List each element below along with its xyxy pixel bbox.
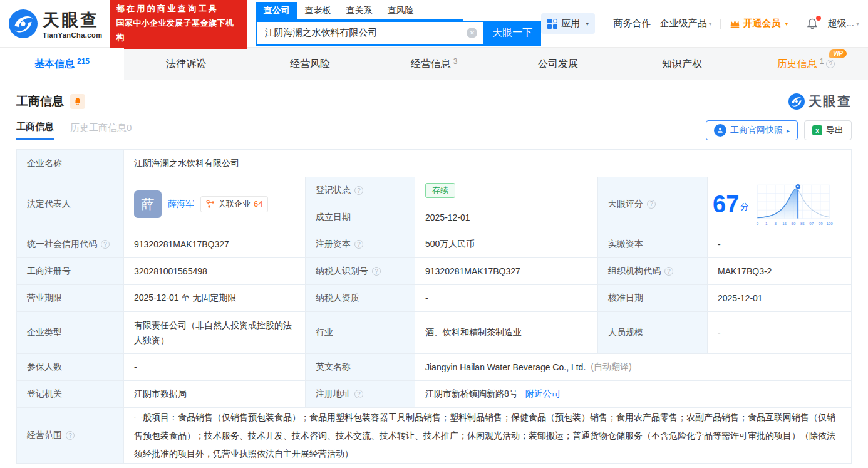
menu-vip[interactable]: 开通会员 ▾ bbox=[730, 18, 788, 29]
reg-capital-value: 500万人民币 bbox=[425, 239, 475, 250]
help-icon[interactable]: ? bbox=[826, 60, 835, 68]
menu-business-cooperation[interactable]: 商务合作 bbox=[613, 18, 651, 29]
help-icon[interactable]: ? bbox=[664, 267, 673, 276]
avatar[interactable]: 薛 bbox=[134, 190, 162, 218]
export-label: 导出 bbox=[826, 125, 844, 136]
reg-address-value: 江阴市新桥镇陶新路8号 bbox=[425, 388, 518, 400]
english-name-label: 英文名称 bbox=[316, 361, 351, 373]
tab-count: 1 bbox=[820, 57, 824, 66]
tab-label: 经营信息 bbox=[411, 58, 451, 71]
svg-text:50: 50 bbox=[792, 221, 796, 225]
svg-text:0: 0 bbox=[757, 221, 759, 225]
company-name-value: 江阴海澜之水饮料有限公司 bbox=[134, 158, 239, 169]
help-icon[interactable]: ? bbox=[354, 390, 363, 398]
help-icon[interactable]: ? bbox=[66, 431, 75, 440]
search-input[interactable] bbox=[257, 28, 484, 38]
official-snapshot-button[interactable]: 工商官网快照 ▸ bbox=[706, 120, 798, 140]
legal-rep-name-link[interactable]: 薛海军 bbox=[168, 199, 194, 210]
top-header: 天眼查 TianYanCha.com 都在用的商业查询工具 国家中小企业发展子基… bbox=[0, 0, 868, 47]
taxpayer-quality-value: - bbox=[425, 293, 428, 303]
approval-date-value: 2025-12-01 bbox=[718, 293, 763, 303]
tab-operational-risk[interactable]: 经营风险 bbox=[248, 48, 372, 80]
tab-intellectual-property[interactable]: 知识产权 bbox=[620, 48, 744, 80]
nearby-companies-link[interactable]: 附近公司 bbox=[525, 388, 561, 400]
establish-date-label: 成立日期 bbox=[316, 212, 351, 223]
related-count: 64 bbox=[254, 199, 262, 209]
reg-status-label: 登记状态 bbox=[316, 185, 351, 196]
table-row: 经营范围 ? 一般项目：食品销售（仅销售预包装食品）；食品用塑料包装容器工具制品… bbox=[17, 408, 852, 464]
staff-size-label: 人员规模 bbox=[608, 327, 643, 338]
help-icon[interactable]: ? bbox=[647, 200, 656, 209]
tab-label: 基本信息 bbox=[34, 58, 75, 71]
tab-count: 215 bbox=[77, 57, 90, 66]
help-icon[interactable]: ? bbox=[354, 186, 363, 195]
org-code-value: MAK17BQ3-2 bbox=[718, 266, 772, 276]
search-tab-risk[interactable]: 查风险 bbox=[380, 2, 421, 19]
company-type-value: 有限责任公司（非自然人投资或控股的法人独资） bbox=[134, 318, 295, 348]
enterprise-label: 企业级产品 bbox=[659, 18, 706, 29]
company-nav-tabs: 基本信息 215 法律诉讼 经营风险 经营信息 3 公司发展 知识产权 VIP … bbox=[0, 47, 868, 80]
credit-code-value: 91320281MAK17BQ327 bbox=[134, 239, 229, 249]
tab-label: 公司发展 bbox=[538, 58, 578, 71]
tab-business-info[interactable]: 经营信息 3 bbox=[372, 48, 496, 80]
snapshot-label: 工商官网快照 bbox=[730, 125, 783, 136]
chevron-down-icon: ▾ bbox=[785, 20, 788, 27]
help-icon[interactable]: ? bbox=[372, 267, 381, 276]
tianyancha-watermark-icon bbox=[788, 93, 805, 110]
score-label: 天眼评分 bbox=[608, 199, 643, 210]
user-menu[interactable]: 超级... ▾ bbox=[827, 18, 859, 29]
svg-text:15: 15 bbox=[782, 221, 787, 225]
monitor-bell-icon[interactable] bbox=[70, 94, 85, 109]
notification-bell-icon[interactable] bbox=[806, 18, 819, 30]
tab-history-info[interactable]: VIP 历史信息 1 ? bbox=[744, 48, 868, 80]
insured-count-label: 参保人数 bbox=[27, 361, 62, 373]
tianyancha-logo-icon bbox=[9, 9, 38, 38]
score-distribution-chart: 0 1 3 15 50 85 97 99 100 bbox=[753, 181, 834, 227]
subtab-business-info[interactable]: 工商信息 bbox=[16, 121, 54, 140]
establish-date-value: 2025-12-01 bbox=[425, 212, 470, 222]
search-button[interactable]: 天眼一下 bbox=[483, 21, 541, 46]
search-tab-company[interactable]: 查公司 bbox=[256, 2, 297, 19]
tab-basic-info[interactable]: 基本信息 215 bbox=[0, 48, 124, 80]
search-tab-boss[interactable]: 查老板 bbox=[297, 2, 339, 19]
search-tab-relation[interactable]: 查关系 bbox=[339, 2, 380, 19]
table-row: 统一社会信用代码 ? 91320281MAK17BQ327 注册资本 ? 500… bbox=[17, 231, 852, 258]
approval-date-label: 核准日期 bbox=[608, 293, 643, 304]
reg-authority-value: 江阴市数据局 bbox=[134, 388, 187, 400]
score-cell[interactable]: 67 分 bbox=[708, 177, 852, 231]
help-icon[interactable]: ? bbox=[101, 240, 110, 249]
table-row: 登记机关 江阴市数据局 注册地址 ? 江阴市新桥镇陶新路8号 附近公司 bbox=[17, 381, 852, 408]
tab-label: 经营风险 bbox=[290, 58, 330, 71]
user-label: 超级... bbox=[827, 18, 854, 29]
menu-enterprise-products[interactable]: 企业级产品 ▾ bbox=[659, 18, 711, 29]
reg-authority-label: 登记机关 bbox=[27, 388, 62, 400]
tab-company-development[interactable]: 公司发展 bbox=[496, 48, 620, 80]
crown-icon bbox=[730, 19, 740, 28]
auto-translate-note: (自动翻译) bbox=[591, 361, 631, 373]
status-badge: 存续 bbox=[425, 183, 455, 198]
insured-count-value: - bbox=[134, 362, 137, 372]
tab-label: 知识产权 bbox=[662, 58, 702, 71]
stamp-icon bbox=[714, 124, 726, 137]
notification-dot bbox=[816, 16, 821, 21]
apps-menu[interactable]: 应用 ▾ bbox=[541, 13, 595, 34]
table-row: 法定代表人 薛 薛海军 关联企业 64 登记状态 ? 存 bbox=[17, 177, 852, 231]
section-header: 工商信息 天眼查 bbox=[0, 80, 868, 114]
tab-label: 历史信息 bbox=[777, 58, 817, 71]
reg-capital-label: 注册资本 bbox=[316, 239, 351, 250]
subtab-history-business-info[interactable]: 历史工商信息0 bbox=[70, 122, 132, 139]
related-companies-badge[interactable]: 关联企业 64 bbox=[200, 196, 268, 212]
divider bbox=[720, 19, 721, 29]
paid-capital-label: 实缴资本 bbox=[608, 239, 643, 250]
score-unit: 分 bbox=[740, 201, 748, 216]
logo-name: 天眼查 bbox=[43, 9, 102, 31]
export-button[interactable]: x 导出 bbox=[804, 120, 852, 140]
divider bbox=[797, 19, 797, 29]
help-icon[interactable]: ? bbox=[354, 240, 363, 249]
table-row: 工商注册号 320281001565498 纳税人识别号 ? 91320281M… bbox=[17, 258, 852, 285]
svg-text:99: 99 bbox=[819, 221, 823, 225]
industry-label: 行业 bbox=[316, 327, 333, 338]
tab-legal-proceedings[interactable]: 法律诉讼 bbox=[124, 48, 248, 80]
watermark-logo: 天眼查 bbox=[788, 93, 852, 110]
tianyancha-logo[interactable]: 天眼查 TianYanCha.com bbox=[9, 9, 102, 39]
